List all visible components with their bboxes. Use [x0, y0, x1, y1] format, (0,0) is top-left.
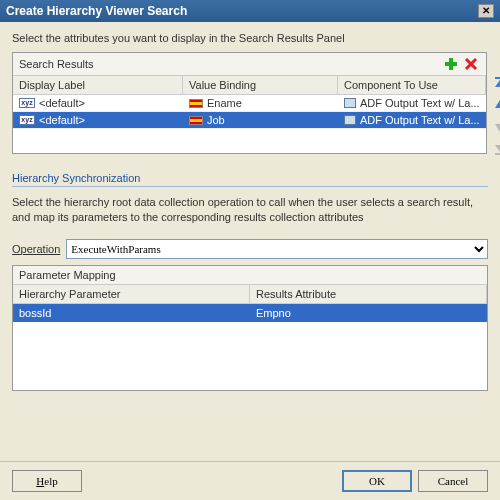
divider — [12, 186, 488, 187]
results-header-row: Display Label Value Binding Component To… — [13, 76, 486, 95]
operation-label: Operation — [12, 243, 60, 255]
hsync-instruction: Select the hierarchy root data collectio… — [12, 195, 488, 225]
component-icon — [344, 98, 356, 108]
col-component: Component To Use — [338, 76, 486, 94]
instruction-text: Select the attributes you want to displa… — [12, 32, 488, 44]
close-button[interactable]: ✕ — [478, 4, 494, 18]
ok-button[interactable]: OK — [342, 470, 412, 492]
search-results-header: Search Results — [19, 58, 94, 70]
title-bar: Create Hierarchy Viewer Search ✕ — [0, 0, 500, 22]
col-hierarchy-param: Hierarchy Parameter — [13, 285, 250, 303]
attr-icon: xyz — [19, 115, 35, 125]
move-down-icon — [491, 118, 500, 136]
binding-icon — [189, 99, 203, 108]
component-icon — [344, 115, 356, 125]
col-value-binding: Value Binding — [183, 76, 338, 94]
operation-select[interactable]: ExecuteWithParams — [66, 239, 488, 259]
param-mapping-header-row: Hierarchy Parameter Results Attribute — [13, 285, 487, 304]
add-icon[interactable] — [442, 56, 460, 72]
svg-marker-6 — [495, 100, 500, 108]
param-mapping-header: Parameter Mapping — [13, 266, 487, 285]
table-row[interactable]: xyz<default> Job ADF Output Text w/ La..… — [13, 112, 486, 129]
hsync-title: Hierarchy Synchronization — [12, 172, 488, 186]
binding-icon — [189, 116, 203, 125]
svg-marker-5 — [495, 80, 500, 87]
col-display-label: Display Label — [13, 76, 183, 94]
button-bar: Help OK Cancel — [0, 461, 500, 500]
dialog-title: Create Hierarchy Viewer Search — [6, 4, 187, 18]
svg-rect-1 — [445, 62, 457, 66]
help-button[interactable]: Help — [12, 470, 82, 492]
svg-rect-9 — [495, 153, 500, 155]
cancel-button[interactable]: Cancel — [418, 470, 488, 492]
move-top-icon[interactable] — [491, 74, 500, 92]
svg-rect-4 — [495, 77, 500, 79]
param-row[interactable]: bossId Empno — [13, 304, 487, 322]
svg-marker-7 — [495, 124, 500, 132]
col-results-attr: Results Attribute — [250, 285, 487, 303]
delete-icon[interactable] — [462, 56, 480, 72]
svg-marker-8 — [495, 145, 500, 152]
move-bottom-icon — [491, 140, 500, 158]
move-up-icon[interactable] — [491, 96, 500, 114]
table-row[interactable]: xyz<default> Ename ADF Output Text w/ La… — [13, 95, 486, 112]
attr-icon: xyz — [19, 98, 35, 108]
